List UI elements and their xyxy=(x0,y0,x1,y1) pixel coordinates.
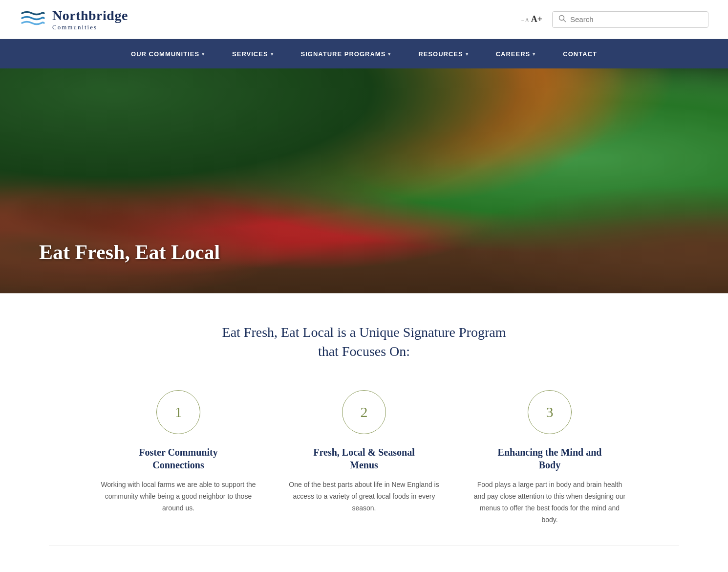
search-input[interactable] xyxy=(570,15,702,23)
logo-text: Northbridge Communities xyxy=(52,8,128,31)
feature-desc-2: One of the best parts about life in New … xyxy=(286,479,442,514)
feature-desc-1: Working with local farms we are able to … xyxy=(100,479,257,514)
header-right: – A A+ xyxy=(521,11,708,28)
search-icon xyxy=(558,15,566,24)
main-content: Eat Fresh, Eat Local is a Unique Signatu… xyxy=(0,293,728,566)
font-decrease[interactable]: – A xyxy=(521,17,529,22)
feature-title-1: Foster CommunityConnections xyxy=(139,446,217,471)
nav-item-signature-programs[interactable]: SIGNATURE PROGRAMS ▾ xyxy=(287,39,405,68)
chevron-down-icon: ▾ xyxy=(202,51,205,57)
nav-item-our-communities[interactable]: OUR COMMUNITIES ▾ xyxy=(117,39,218,68)
feature-item-1: 1 Foster CommunityConnections Working wi… xyxy=(100,390,257,526)
feature-item-3: 3 Enhancing the Mind andBody Food plays … xyxy=(471,390,628,526)
hero-section: Eat Fresh, Eat Local xyxy=(0,68,728,293)
nav-item-careers[interactable]: CAREERS ▾ xyxy=(482,39,550,68)
chevron-down-icon: ▾ xyxy=(533,51,535,57)
font-increase[interactable]: A+ xyxy=(531,14,542,24)
feature-number-2: 2 xyxy=(342,390,386,434)
logo-sub: Communities xyxy=(52,23,128,31)
search-box[interactable] xyxy=(552,11,708,28)
logo-area[interactable]: Northbridge Communities xyxy=(20,6,128,33)
feature-title-3: Enhancing the Mind andBody xyxy=(498,446,602,471)
feature-number-3: 3 xyxy=(528,390,572,434)
feature-number-1: 1 xyxy=(156,390,200,434)
section-title: Eat Fresh, Eat Local is a Unique Signatu… xyxy=(20,323,708,361)
header: Northbridge Communities – A A+ xyxy=(0,0,728,39)
nav-item-resources[interactable]: RESOURCES ▾ xyxy=(405,39,482,68)
hero-title: Eat Fresh, Eat Local xyxy=(39,241,220,264)
svg-line-2 xyxy=(564,20,566,22)
feature-desc-3: Food plays a large part in body and brai… xyxy=(471,479,628,526)
features-grid: 1 Foster CommunityConnections Working wi… xyxy=(71,390,657,526)
logo-icon xyxy=(20,6,46,33)
chevron-down-icon: ▾ xyxy=(466,51,469,57)
bottom-divider xyxy=(49,546,679,546)
chevron-down-icon: ▾ xyxy=(388,51,391,57)
feature-item-2: 2 Fresh, Local & SeasonalMenus One of th… xyxy=(286,390,442,526)
nav-item-contact[interactable]: CONTACT xyxy=(549,39,611,68)
nav-item-services[interactable]: SERVICES ▾ xyxy=(218,39,287,68)
navigation: OUR COMMUNITIES ▾ SERVICES ▾ SIGNATURE P… xyxy=(0,39,728,68)
chevron-down-icon: ▾ xyxy=(271,51,274,57)
logo-name: Northbridge xyxy=(52,8,128,23)
font-size-controls: – A A+ xyxy=(521,14,542,24)
feature-title-2: Fresh, Local & SeasonalMenus xyxy=(313,446,414,471)
